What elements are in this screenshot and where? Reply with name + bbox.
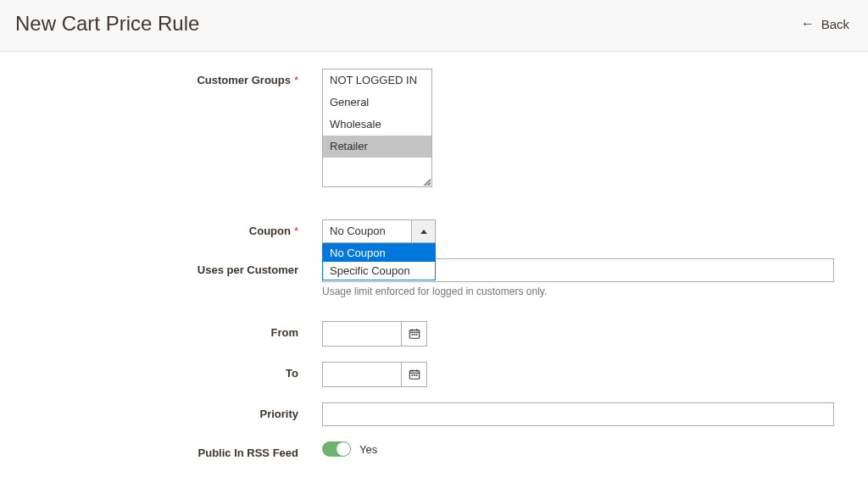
coupon-dropdown: No CouponSpecific Coupon [322,243,436,280]
field-priority: Priority [0,402,851,426]
label-customer-groups: Customer Groups* [0,69,322,86]
coupon-select-toggle[interactable] [412,219,436,243]
page-title: New Cart Price Rule [15,12,199,36]
svg-rect-6 [415,334,417,336]
to-calendar-button[interactable] [402,362,427,387]
label-from: From [0,321,322,339]
priority-input[interactable] [322,402,834,426]
svg-rect-4 [411,334,413,336]
public-rss-state-label: Yes [359,443,377,456]
form: Customer Groups* NOT LOGGED INGeneralWho… [0,52,868,488]
toggle-knob [337,442,350,456]
customer-group-option[interactable]: General [323,92,431,114]
field-coupon: Coupon* No Coupon No CouponSpecific Coup… [0,219,851,243]
calendar-icon [409,369,420,380]
chevron-up-icon [420,230,427,234]
svg-rect-5 [414,334,415,336]
coupon-option[interactable]: No Coupon [323,244,435,262]
customer-groups-multiselect[interactable]: NOT LOGGED INGeneralWholesaleRetailer [322,69,432,187]
customer-group-option[interactable]: NOT LOGGED IN [323,69,431,92]
from-date-input[interactable] [322,321,402,347]
public-rss-toggle[interactable] [322,441,351,457]
back-button-label: Back [821,17,849,31]
to-date-input[interactable] [322,362,402,387]
svg-rect-12 [414,374,415,376]
svg-rect-11 [411,374,413,376]
required-star: * [294,74,298,86]
coupon-select[interactable]: No Coupon No CouponSpecific Coupon [322,219,436,243]
label-priority: Priority [0,402,322,420]
required-star: * [294,225,298,237]
field-customer-groups: Customer Groups* NOT LOGGED INGeneralWho… [0,69,851,187]
resize-handle-icon[interactable] [421,176,431,186]
calendar-icon [409,328,420,340]
label-uses-per-customer: Uses per Customer [0,258,322,276]
svg-rect-13 [415,374,417,376]
coupon-select-value: No Coupon [322,219,412,243]
page-header: New Cart Price Rule ← Back [0,0,868,52]
coupon-option[interactable]: Specific Coupon [323,262,435,280]
customer-group-option[interactable]: Retailer [323,136,431,158]
field-from: From [0,321,851,347]
arrow-left-icon: ← [801,16,815,31]
field-public-rss: Public In RSS Feed Yes [0,441,851,459]
label-public-rss: Public In RSS Feed [0,441,322,459]
label-coupon: Coupon* [0,219,322,237]
uses-per-customer-hint: Usage limit enforced for logged in custo… [322,286,834,297]
field-to: To [0,362,851,387]
customer-group-option[interactable]: Wholesale [323,114,431,136]
from-calendar-button[interactable] [402,321,427,347]
label-to: To [0,362,322,380]
back-button[interactable]: ← Back [801,16,849,31]
